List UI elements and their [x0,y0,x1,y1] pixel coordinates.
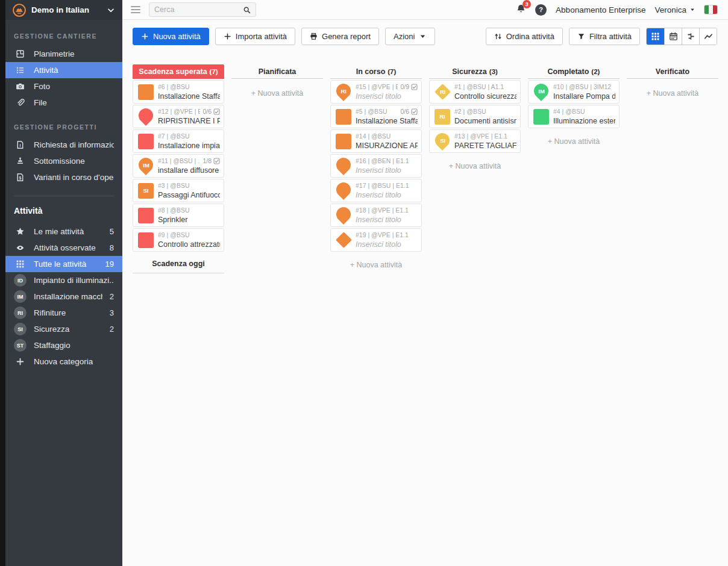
board-view-button[interactable] [647,28,664,45]
list-icon [14,66,27,75]
actions-button[interactable]: Azioni [385,28,435,45]
task-card[interactable]: #6 | @BSUInstallazione Staffag... [133,80,224,104]
sidebar-item-sicurezza[interactable]: SISicurezza2 [5,321,122,337]
task-card[interactable]: #4 | @BSUIlluminazione esterna [528,105,620,128]
new-task-link[interactable]: + Nuova attività [528,128,620,155]
filter-tasks-button[interactable]: Filtra attività [569,28,640,45]
kanban-column-verificato: Verificato+ Nuova attività [627,64,718,107]
search-input[interactable] [154,5,239,14]
sidebar-item-impianto-di-illuminazi[interactable]: IDImpianto di illuminazi... [5,272,122,288]
card-body: #16 | @BEN | E1.1Inserisci titolo [356,157,418,175]
sort-tasks-button[interactable]: Ordina attività [486,28,563,45]
column-header: Scadenza superata(7) [133,64,224,79]
card-meta-text: #13 | @VPE | E1.1 [454,132,507,141]
new-task-link[interactable]: + Nuova attività [330,252,422,278]
calendar-view-button[interactable] [664,28,682,45]
card-list: #6 | @BSUInstallazione Staffag...#12 | @… [133,80,224,252]
task-card[interactable]: #5 | @BSU0/6Installazione Staffag... [330,105,422,128]
user-menu[interactable]: Veronica [654,5,695,14]
sidebar-item-varianti-in-corso-d-opera[interactable]: $Varianti in corso d'opera [5,169,122,185]
column-subheader: Scadenza oggi [133,254,224,273]
generate-report-button[interactable]: Genera report [301,28,379,45]
marker-label: SI [440,137,445,144]
card-body: #7 | @BSUInstallazione impiant... [158,132,220,150]
task-card[interactable]: SI#3 | @BSUPassaggi Antifuoco [133,179,224,202]
square-marker-icon [137,232,155,248]
card-meta-text: #4 | @BSU [553,108,585,116]
sidebar-item-foto[interactable]: Foto [5,78,122,95]
task-card[interactable]: RI#1 | @BSU | A1.1Controllo sicurezza ..… [429,80,521,104]
notifications-button[interactable]: 3 [516,4,526,16]
document-info-icon: i [14,140,27,149]
task-card[interactable]: #9 | @BSUControllo attrezzatura [133,228,224,252]
marker-shape [333,204,354,225]
kanban-column-sicurezza: Sicurezza(3)RI#1 | @BSU | A1.1Controllo … [429,64,521,179]
task-card[interactable]: RI#15 | @VPE | E...0/9Inserisci titolo [330,80,422,104]
sidebar-item-label: Richiesta di informazioni [34,140,114,149]
task-card[interactable]: #8 | @BSUSprinkler [133,204,224,227]
sidebar-item-nuova-categoria[interactable]: Nuova categoria [5,353,122,370]
new-task-link[interactable]: + Nuova attività [627,80,718,107]
sidebar-item-le-mie-attivita[interactable]: Le mie attività5 [5,223,122,240]
new-task-link[interactable]: + Nuova attività [231,80,323,107]
task-card[interactable]: IM#11 | @BSU | ...1/8installare diffusor… [133,154,224,178]
printer-icon [310,33,318,40]
card-body: #14 | @BSUMISURAZIONE APE... [356,132,418,150]
kanban-column-completato: Completato(2)IM#10 | @BSU | 3IM12Install… [528,64,620,155]
card-meta: #11 | @BSU | ...1/8 [158,157,220,166]
column-title: Verificato [656,67,689,76]
task-card[interactable]: #19 | @VPE | E1.1Inserisci titolo [330,228,422,252]
task-card[interactable]: #12 | @VPE | E...0/6RIPRISTINARE I PAN..… [133,105,224,128]
card-meta-text: #15 | @VPE | E... [356,83,398,92]
sidebar-item-attivita[interactable]: Attività [5,62,122,78]
column-title: In corso [356,67,386,76]
sidebar-item-sottomissione[interactable]: Sottomissione [5,153,122,169]
task-card[interactable]: #18 | @VPE | E1.1Inserisci titolo [330,204,422,227]
card-title: Installare Pompa di C... [553,92,615,101]
help-button[interactable]: ? [535,4,547,16]
new-task-button[interactable]: Nuova attività [133,28,209,45]
sidebar-item-file[interactable]: File [5,95,122,111]
sidebar-item-attivita-osservate[interactable]: Attività osservate8 [5,240,122,256]
sidebar-item-richiesta-di-informazioni[interactable]: iRichiesta di informazioni [5,137,122,153]
new-task-label: Nuova attività [153,32,201,41]
chart-view-button[interactable] [699,28,717,45]
sidebar-item-planimetrie[interactable]: Planimetrie [5,46,122,62]
task-card[interactable]: RI#2 | @BSUDocumenti antisismico [429,105,521,128]
pin-marker-icon [334,182,353,199]
card-meta-text: #5 | @BSU [356,108,388,116]
user-name: Veronica [654,5,686,14]
toolbar: Nuova attività Importa attività Genera r… [122,20,728,53]
hamburger-menu-icon[interactable] [130,4,142,16]
task-card[interactable]: IM#10 | @BSU | 3IM12Installare Pompa di … [528,80,620,104]
task-card[interactable]: SI#13 | @VPE | E1.1PARETE TAGLIAFU... [429,129,521,153]
card-body: #19 | @VPE | E1.1Inserisci titolo [356,231,418,249]
new-task-link[interactable]: + Nuova attività [429,153,521,179]
marker-shape: RI [333,81,354,101]
marker-label: IM [538,88,545,95]
square-marker-icon [137,134,155,149]
card-list: RI#15 | @VPE | E...0/9Inserisci titolo#5… [330,80,422,252]
topbar: 3 ? Abbonamento Enterprise Veronica [122,0,728,20]
card-body: #8 | @BSUSprinkler [158,207,220,224]
sidebar-item-count: 5 [110,227,114,236]
app-root: Demo in Italian GESTIONE CANTIEREPlanime… [0,0,728,566]
task-card[interactable]: #17 | @BSU | E1.1Inserisci titolo [330,179,422,202]
card-meta-text: #12 | @VPE | E... [158,108,200,116]
task-card[interactable]: #14 | @BSUMISURAZIONE APE... [330,129,422,153]
gantt-view-button[interactable] [682,28,699,45]
task-card[interactable]: #7 | @BSUInstallazione impiant... [133,129,224,153]
sidebar-item-rifiniture[interactable]: RIRifiniture3 [5,305,122,321]
sidebar-item-tutte-le-attivita[interactable]: Tutte le attività19 [5,256,122,272]
card-meta: #10 | @BSU | 3IM12 [553,83,615,92]
task-card[interactable]: #16 | @BEN | E1.1Inserisci titolo [330,154,422,178]
project-switcher[interactable]: Demo in Italian [5,0,122,20]
pin-marker-icon: RI [334,84,353,100]
language-flag-icon[interactable] [704,5,717,14]
import-task-button[interactable]: Importa attività [215,28,295,45]
category-badge: SI [14,323,27,335]
sidebar-item-staffaggio[interactable]: STStaffaggio [5,337,122,353]
checkbox-check-icon [213,158,220,164]
card-body: #3 | @BSUPassaggi Antifuoco [158,182,220,199]
sidebar-item-installazione-macchin[interactable]: IMInstallazione macchin...2 [5,288,122,305]
